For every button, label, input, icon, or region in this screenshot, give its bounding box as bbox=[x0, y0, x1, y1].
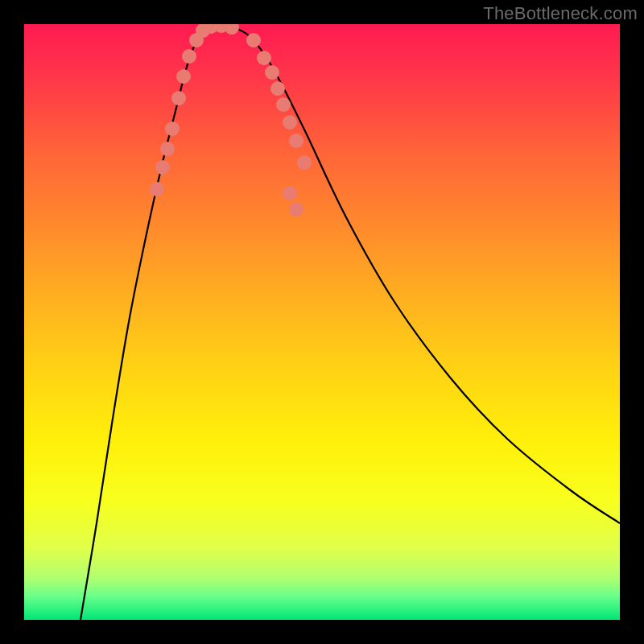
data-marker bbox=[165, 122, 180, 136]
data-marker bbox=[289, 134, 303, 148]
data-marker bbox=[289, 202, 303, 217]
data-marker bbox=[155, 160, 170, 175]
data-marker bbox=[150, 182, 164, 196]
data-marker bbox=[283, 115, 297, 130]
data-marker bbox=[246, 33, 261, 47]
data-marker bbox=[297, 155, 312, 170]
chart-frame: TheBottleneck.com bbox=[0, 0, 644, 644]
watermark-text: TheBottleneck.com bbox=[483, 3, 638, 24]
data-marker bbox=[171, 91, 186, 105]
data-marker bbox=[265, 65, 279, 80]
plot-area bbox=[24, 24, 620, 620]
right-curve bbox=[217, 25, 620, 523]
data-marker bbox=[257, 51, 271, 65]
data-marker bbox=[160, 142, 175, 156]
data-marker bbox=[276, 97, 291, 112]
left-curve bbox=[80, 25, 217, 620]
data-marker bbox=[283, 186, 297, 200]
data-marker bbox=[182, 49, 196, 64]
curves-svg bbox=[24, 24, 620, 620]
data-marker bbox=[270, 81, 285, 96]
data-marker bbox=[225, 24, 239, 35]
data-marker bbox=[176, 69, 191, 84]
